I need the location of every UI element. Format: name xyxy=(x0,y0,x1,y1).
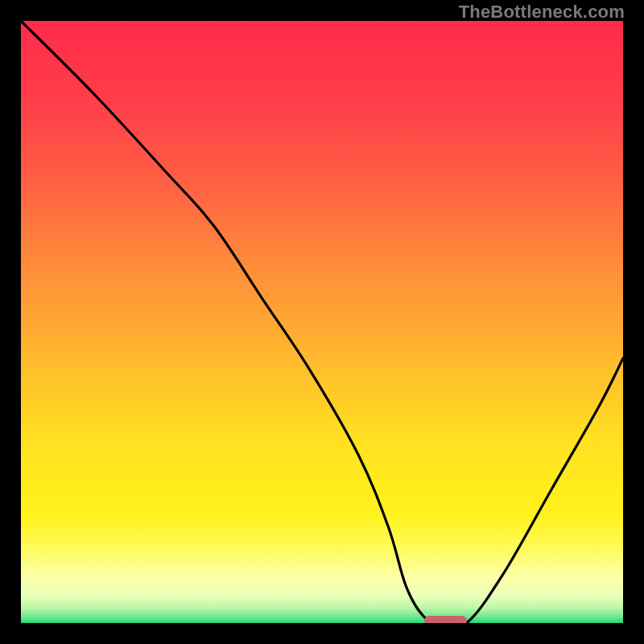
optimal-range-marker xyxy=(424,616,466,623)
plot-area xyxy=(21,21,623,623)
watermark-text: TheBottleneck.com xyxy=(459,2,625,23)
chart-frame xyxy=(14,14,630,630)
bottleneck-curve xyxy=(21,21,623,623)
